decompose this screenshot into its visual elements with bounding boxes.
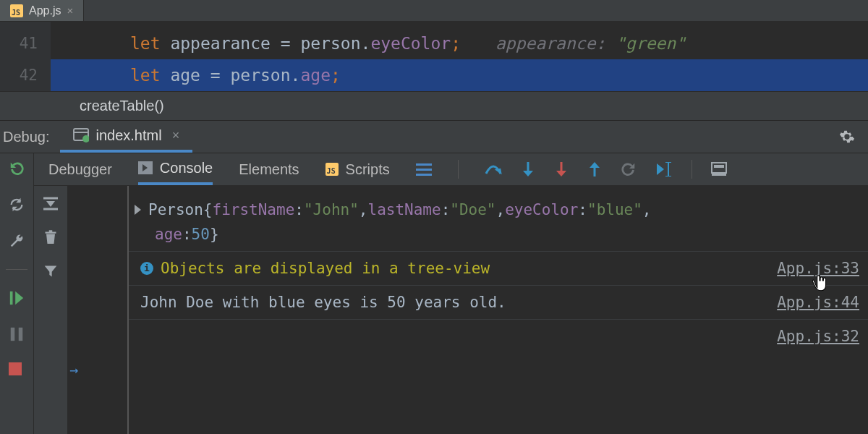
console-log-row: John Doe with blue eyes is 50 years old.… (129, 285, 868, 319)
console-tool-rail (34, 186, 68, 434)
debug-title: Debug: (0, 129, 60, 145)
code-line-42[interactable]: let age = person.age; (51, 59, 868, 91)
pause-icon[interactable] (9, 326, 25, 342)
source-link[interactable]: App.js:33 (777, 256, 859, 281)
svg-rect-5 (19, 328, 23, 341)
browser-icon (73, 128, 89, 142)
js-file-icon: JS (326, 163, 339, 176)
divider (692, 160, 692, 179)
refresh-icon[interactable] (9, 197, 25, 213)
play-caret-icon (138, 161, 153, 174)
tab-console[interactable]: Console (138, 153, 213, 185)
source-link[interactable]: App.js:32 (777, 324, 859, 349)
tab-elements[interactable]: Elements (239, 153, 299, 185)
rerun-icon[interactable] (9, 161, 25, 176)
code-lines: let appearance = person.eyeColor; appear… (51, 22, 868, 91)
step-over-icon[interactable] (485, 162, 502, 176)
js-file-icon: JS (10, 4, 23, 17)
step-into-icon[interactable] (521, 162, 535, 176)
code-line-41[interactable]: let appearance = person.eyeColor; appear… (51, 27, 868, 59)
resume-icon[interactable] (9, 290, 25, 306)
debug-subtab-bar: Debugger Console Elements JS Scripts (34, 153, 868, 186)
svg-rect-14 (714, 165, 724, 168)
debug-header: Debug: index.html × (0, 121, 868, 153)
svg-point-2 (82, 135, 89, 142)
close-icon[interactable]: × (67, 4, 73, 17)
scroll-to-end-icon[interactable] (42, 196, 59, 210)
drop-frame-icon[interactable] (621, 161, 637, 177)
svg-rect-4 (11, 328, 15, 341)
close-icon[interactable]: × (172, 128, 180, 143)
svg-rect-3 (10, 292, 13, 305)
divider (458, 160, 459, 179)
prompt-arrow-icon: → (69, 357, 78, 382)
console-output[interactable]: Person {firstName: "John", lastName: "Do… (68, 186, 868, 434)
expand-icon[interactable] (135, 205, 141, 215)
gear-icon[interactable] (839, 129, 855, 145)
wrench-icon[interactable] (9, 233, 25, 249)
evaluate-icon[interactable] (711, 162, 727, 176)
console-prompt[interactable]: → (69, 353, 868, 386)
run-to-cursor-icon[interactable] (655, 162, 673, 176)
console-gutter (119, 186, 129, 434)
source-link[interactable]: App.js:44 (777, 290, 859, 315)
filter-icon[interactable] (43, 264, 58, 278)
code-editor[interactable]: 41 42 let appearance = person.eyeColor; … (0, 22, 868, 91)
stop-icon[interactable] (9, 362, 25, 378)
divider (6, 269, 27, 270)
run-config-tab[interactable]: index.html × (60, 121, 193, 153)
force-step-into-icon[interactable] (554, 162, 569, 176)
svg-rect-15 (712, 174, 726, 176)
svg-rect-6 (9, 362, 22, 375)
info-icon: i (140, 262, 153, 275)
debug-panel: Debug: index.html × Debugger Console (0, 120, 868, 434)
debug-left-rail (0, 153, 34, 434)
run-config-label: index.html (96, 127, 162, 144)
console-object-row[interactable]: Person {firstName: "John", lastName: "Do… (129, 193, 868, 251)
step-toolbar (485, 160, 727, 179)
editor-tab-app-js[interactable]: JS App.js × (0, 0, 84, 21)
console-info-row: i Objects are displayed in a tree-view A… (129, 251, 868, 285)
more-tabs-icon[interactable] (416, 163, 432, 176)
breadcrumb[interactable]: createTable() (0, 91, 868, 120)
editor-tab-label: App.js (29, 4, 61, 17)
inline-hint: appearance: "green" (495, 27, 686, 59)
line-gutter: 41 42 (0, 22, 51, 91)
tab-scripts[interactable]: JS Scripts (326, 153, 390, 185)
step-out-icon[interactable] (587, 162, 602, 176)
console-log-row: App.js:32 (129, 319, 868, 353)
editor-tab-bar: JS App.js × (0, 0, 868, 22)
tab-debugger[interactable]: Debugger (48, 153, 112, 185)
trash-icon[interactable] (44, 229, 57, 245)
